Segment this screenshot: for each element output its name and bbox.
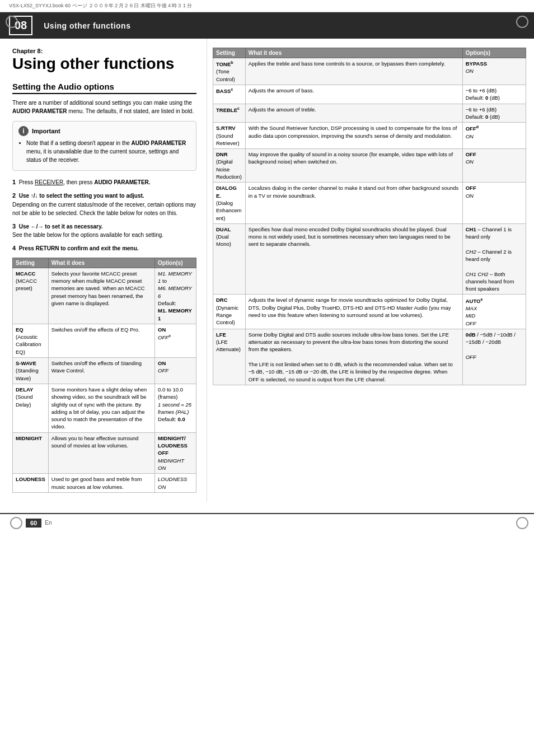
options-cell: ONOFF [155, 358, 196, 384]
what-cell: Used to get good bass and treble from mu… [48, 474, 154, 493]
left-col-options: Option(s) [155, 258, 196, 268]
step-1: 1 Press RECEIVER, then press AUDIO PARAM… [12, 178, 196, 187]
setting-cell: MIDNIGHT [13, 432, 49, 473]
important-item: Note that if a setting doesn't appear in… [26, 139, 190, 164]
right-col-options: Option(s) [462, 48, 526, 58]
options-cell: AUTOeMAXMIDOFF [462, 295, 526, 329]
page-number: 60 [26, 519, 41, 528]
step-2: 2 Use ↑/↓ to select the setting you want… [12, 191, 196, 217]
left-col-what: What it does [48, 258, 154, 268]
what-cell: Some Dolby Digital and DTS audio sources… [245, 329, 462, 385]
options-cell: OFFON [462, 183, 526, 223]
language-label: En [45, 520, 51, 526]
options-cell: OFFdON [462, 123, 526, 149]
corner-decoration-tr [516, 16, 528, 28]
options-cell: OFFON [462, 149, 526, 183]
left-col-setting: Setting [13, 258, 49, 268]
setting-cell: TONEb(ToneControl) [213, 58, 246, 85]
what-cell: Selects your favorite MCACC preset memor… [48, 268, 154, 324]
setting-cell: DRC(DynamicRangeControl) [213, 295, 246, 329]
what-cell: Localizes dialog in the center channel t… [245, 183, 462, 223]
step-3: 3 Use ←/→ to set it as necessary. See th… [12, 222, 196, 240]
table-row: LFE(LFEAttenuate) Some Dolby Digital and… [213, 329, 526, 385]
setting-cell: S.RTRV(SoundRetriever) [213, 123, 246, 149]
table-row: TONEb(ToneControl) Applies the treble an… [213, 58, 526, 85]
right-column: Setting What it does Option(s) TONEb(Ton… [207, 39, 534, 502]
table-row: S.RTRV(SoundRetriever) With the Sound Re… [213, 123, 526, 149]
what-cell: Some monitors have a slight delay when s… [48, 384, 154, 432]
corner-decoration-tl [6, 16, 18, 28]
intro-text: There are a number of additional sound s… [12, 99, 196, 115]
setting-cell: LOUDNESS [13, 474, 49, 493]
what-cell: Applies the treble and bass tone control… [245, 58, 462, 85]
setting-cell: DUAL(DualMono) [213, 223, 246, 295]
important-label: Important [32, 128, 60, 134]
what-cell: Allows you to hear effective surround so… [48, 432, 154, 473]
important-header: i Important [18, 126, 190, 136]
what-cell: Adjusts the level of dynamic range for m… [245, 295, 462, 329]
content-wrapper: Chapter 8: Using other functions Setting… [0, 39, 534, 502]
table-row: DNR(DigitalNoiseReduction) May improve t… [213, 149, 526, 183]
table-row: TREBLEc Adjusts the amount of treble. −6… [213, 104, 526, 123]
options-cell: CH1 – Channel 1 is heard onlyCH2 – Chann… [462, 223, 526, 295]
meta-text: VSX-LX52_SYYXJ.book 60 ページ ２００９年２月２６日 木曜… [9, 2, 192, 10]
what-cell: Adjusts the amount of bass. [245, 85, 462, 104]
what-cell: May improve the quality of sound in a no… [245, 149, 462, 183]
options-cell: BYPASSON [462, 58, 526, 85]
header-title: Using other functions [44, 21, 130, 30]
options-cell: LOUDNESSON [155, 474, 196, 493]
setting-cell: DNR(DigitalNoiseReduction) [213, 149, 246, 183]
important-box: i Important Note that if a setting doesn… [12, 121, 196, 171]
step-4: 4 Press RETURN to confirm and exit the m… [12, 244, 196, 253]
setting-cell: BASSc [213, 85, 246, 104]
options-cell: ONOFFa [155, 324, 196, 357]
what-cell: Switches on/off the effects of EQ Pro. [48, 324, 154, 357]
important-icon: i [18, 126, 29, 136]
right-col-setting: Setting [213, 48, 246, 58]
left-column: Chapter 8: Using other functions Setting… [0, 39, 207, 502]
setting-cell: LFE(LFEAttenuate) [213, 329, 246, 385]
table-row: MCACC(MCACCpreset) Selects your favorite… [13, 268, 196, 324]
table-row: S-WAVE(StandingWave) Switches on/off the… [13, 358, 196, 384]
header-bar: 08 Using other functions [0, 12, 534, 39]
table-row: BASSc Adjusts the amount of bass. −6 to … [213, 85, 526, 104]
options-cell: 0dB / −5dB / −10dB / −15dB / −20dBOFF [462, 329, 526, 385]
corner-decoration-bl [10, 517, 22, 529]
chapter-main-title: Using other functions [12, 55, 196, 73]
table-row: LOUDNESS Used to get good bass and trebl… [13, 474, 196, 493]
table-row: EQ(AcousticCalibrationEQ) Switches on/of… [13, 324, 196, 357]
options-cell: −6 to +6 (dB)Default: 0 (dB) [462, 85, 526, 104]
setting-cell: S-WAVE(StandingWave) [13, 358, 49, 384]
table-row: DELAY(SoundDelay) Some monitors have a s… [13, 384, 196, 432]
what-cell: Adjusts the amount of treble. [245, 104, 462, 123]
options-cell: −6 to +6 (dB)Default: 0 (dB) [462, 104, 526, 123]
footer-bar: 60 En [0, 513, 534, 532]
what-cell: Specifies how dual mono encoded Dolby Di… [245, 223, 462, 295]
important-list: Note that if a setting doesn't appear in… [18, 139, 190, 164]
table-row: DRC(DynamicRangeControl) Adjusts the lev… [213, 295, 526, 329]
setting-cell: DELAY(SoundDelay) [13, 384, 49, 432]
what-cell: With the Sound Retriever function, DSP p… [245, 123, 462, 149]
what-cell: Switches on/off the effects of Standing … [48, 358, 154, 384]
corner-decoration-br [516, 517, 528, 529]
table-row: MIDNIGHT Allows you to hear effective su… [13, 432, 196, 473]
options-cell: MIDNIGHT/LOUDNESSOFFMIDNIGHT ON [155, 432, 196, 473]
setting-cell: MCACC(MCACCpreset) [13, 268, 49, 324]
left-settings-table: Setting What it does Option(s) MCACC(MCA… [12, 258, 196, 493]
table-row: DUAL(DualMono) Specifies how dual mono e… [213, 223, 526, 295]
right-col-what: What it does [245, 48, 462, 58]
options-cell: M1. MEMORY 1 toM6. MEMORY 6Default:M1. M… [155, 268, 196, 324]
setting-cell: EQ(AcousticCalibrationEQ) [13, 324, 49, 357]
options-cell: 0.0 to 10.0 (frames)1 second = 25 frames… [155, 384, 196, 432]
setting-cell: DIALOG E.(DialogEnhancement) [213, 183, 246, 223]
right-settings-table: Setting What it does Option(s) TONEb(Ton… [213, 48, 526, 385]
section-title: Setting the Audio options [12, 82, 196, 94]
setting-cell: TREBLEc [213, 104, 246, 123]
table-row: DIALOG E.(DialogEnhancement) Localizes d… [213, 183, 526, 223]
chapter-label: Chapter 8: [12, 48, 196, 54]
meta-bar: VSX-LX52_SYYXJ.book 60 ページ ２００９年２月２６日 木曜… [0, 0, 534, 12]
